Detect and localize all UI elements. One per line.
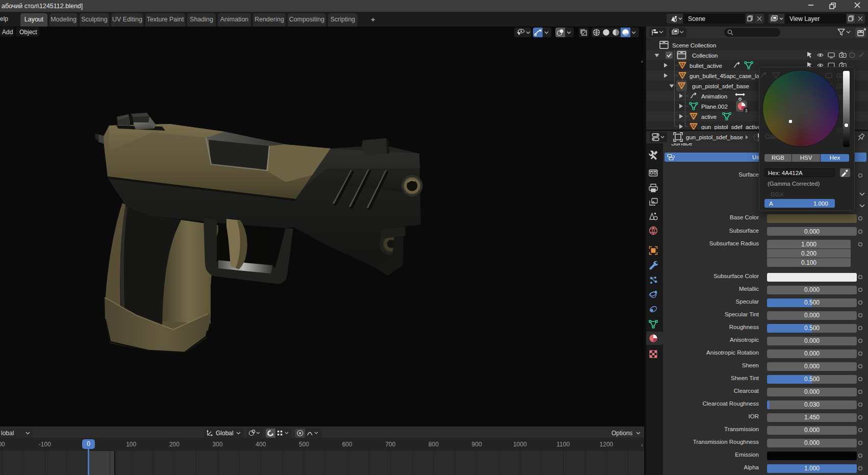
- svg-text:gun_pistol_sdef_base: gun_pistol_sdef_base: [686, 134, 743, 140]
- svg-text:Plane.002: Plane.002: [701, 104, 728, 110]
- svg-text:3: 3: [745, 108, 747, 113]
- svg-text:bullet_active: bullet_active: [690, 63, 722, 69]
- svg-text:gun_pistol_sdef_active: gun_pistol_sdef_active: [701, 124, 761, 130]
- svg-text:gun_bullet_45apc_case_last: gun_bullet_45apc_case_last: [690, 73, 764, 79]
- svg-text:active: active: [701, 114, 717, 120]
- svg-text:Collection: Collection: [692, 53, 718, 59]
- svg-text:Scene Collection: Scene Collection: [672, 42, 716, 48]
- svg-text:Animation: Animation: [701, 93, 727, 99]
- svg-text:gun_pistol_sdef_base: gun_pistol_sdef_base: [692, 83, 749, 89]
